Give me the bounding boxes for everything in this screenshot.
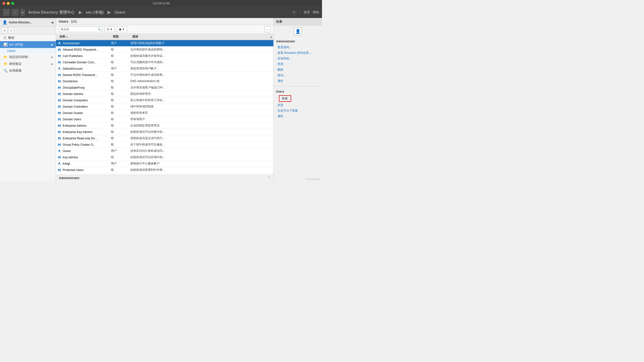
table-row[interactable]: Domain Users 组 所有域用户: [56, 116, 273, 122]
search-icon: 🔍: [4, 69, 8, 73]
cell-desc: 系统管理的用户帐户。: [130, 67, 272, 71]
group-icon: [58, 105, 61, 109]
breadcrumb-part2[interactable]: sec (本地): [86, 10, 104, 14]
cell-type: 组: [111, 136, 130, 140]
nav-right: ↻ | 管理 帮助: [292, 10, 319, 15]
table-row[interactable]: DnsUpdateProxy 组 允许替其他客户端(如 DH...: [56, 85, 273, 91]
right-action-filter[interactable]: 筛选: [274, 102, 322, 108]
bottom-panel-collapse[interactable]: ⌃: [268, 176, 270, 180]
group-icon: [58, 130, 61, 134]
sidebar-item-dynamic-access[interactable]: 📁 动态访问控制 ▶: [0, 54, 56, 60]
sidebar-item-users[interactable]: Users: [0, 48, 56, 54]
nav-dropdown-button[interactable]: ▼: [20, 9, 25, 16]
col-header-name[interactable]: 名称 ▲: [58, 34, 111, 40]
traffic-lights: [2, 2, 14, 5]
close-button[interactable]: [2, 2, 5, 5]
manage-link[interactable]: 管理: [304, 10, 310, 15]
right-action-search-node[interactable]: 在该节点下搜索: [274, 108, 322, 113]
col-header-type[interactable]: 类型: [111, 34, 130, 40]
right-action-disable[interactable]: 禁用: [274, 61, 322, 67]
sidebar-item-overview[interactable]: ☷ 概述: [0, 34, 56, 41]
cell-name: Domain Controllers: [58, 105, 111, 109]
right-admin-section: Administrator 重置密码... 查看 Resultant 密码设置.…: [274, 37, 322, 85]
svg-point-32: [58, 150, 60, 151]
breadcrumb-part3[interactable]: Users: [114, 10, 125, 14]
cell-desc: 此组的成员可以对林中的...: [130, 130, 272, 134]
table-row[interactable]: Domain Admins 组 指定的域管理员: [56, 91, 273, 97]
cell-name: Domain Users: [58, 117, 111, 121]
table-row[interactable]: Domain Computers 组 加入到域中的所有工作站...: [56, 97, 273, 104]
table-row[interactable]: Domain Controllers 组 域中所有域控制器: [56, 104, 273, 110]
table-row[interactable]: Enterprise Key Admins 组 此组的成员可以对林中的...: [56, 129, 273, 135]
minimize-button[interactable]: [7, 2, 10, 5]
new-button[interactable]: 新建: [279, 95, 291, 102]
cell-type: 组: [111, 73, 130, 77]
sidebar-item-sec[interactable]: 📊 sec (本地) ▶: [0, 41, 56, 48]
sidebar-tool-list[interactable]: ☰: [2, 28, 7, 33]
cell-desc: 密钥发行中心服务帐户: [130, 161, 272, 166]
table-row[interactable]: Denied RODC Password... 组 不允许将此组中成员的密...: [56, 72, 273, 78]
filter-input[interactable]: [59, 26, 103, 32]
refresh-button[interactable]: ↻: [292, 10, 297, 15]
help-link[interactable]: 帮助: [313, 10, 319, 15]
cell-desc: 允许将此组中成员的密码...: [130, 48, 272, 52]
cell-name: Cloneable Domain Cont...: [58, 60, 111, 64]
table-row[interactable]: DefaultAccount 用户 系统管理的用户帐户。: [56, 66, 273, 72]
group-icon: [58, 73, 61, 77]
table-row[interactable]: Cert Publishers 组 此组的成员被允许发布证...: [56, 53, 273, 59]
right-action-reset-password[interactable]: 重置密码...: [274, 45, 322, 50]
cell-type: 组: [111, 155, 130, 159]
cell-type: 组: [111, 79, 130, 83]
table-row[interactable]: Cloneable Domain Cont... 组 可以克隆此组中作为域控..…: [56, 59, 273, 66]
list-dropdown-icon: ▼: [110, 28, 112, 31]
right-action-delete[interactable]: 删除: [274, 67, 322, 73]
filter-expand-button[interactable]: ⌄: [264, 26, 270, 32]
sidebar-item-global-search[interactable]: 🔍 全局搜索: [0, 67, 56, 74]
cell-desc: 此组的成员将受到针对身...: [130, 168, 272, 172]
domain-icon: 📊: [4, 43, 8, 47]
view-options-button[interactable]: ▣ ▼: [117, 26, 127, 32]
forward-button[interactable]: →: [12, 9, 18, 16]
col-header-desc[interactable]: 描述: [130, 34, 272, 40]
table-row[interactable]: Key Admins 组 此组的成员可以对域中的...: [56, 154, 273, 160]
maximize-button[interactable]: [11, 2, 14, 5]
user-icon: [58, 149, 61, 153]
group-icon: [58, 86, 61, 90]
cell-desc: 管理计算机(域)的内置帐户: [130, 41, 272, 45]
table-row[interactable]: Enterprise Read-only Do... 组 该组的成员是企业中的只…: [56, 135, 273, 141]
right-action-users-properties[interactable]: 属性: [274, 113, 322, 119]
right-action-properties[interactable]: 属性: [274, 78, 322, 84]
sidebar: 👤 Active Director... ◀ ☰ ☷ ☷ 概述 📊 sec (本…: [0, 18, 56, 181]
breadcrumb-part1[interactable]: Active Directory 管理中心: [28, 10, 75, 14]
sidebar-collapse-button[interactable]: ◀: [51, 21, 53, 24]
table-row[interactable]: Protected Users 组 此组的成员将受到针对身...: [56, 167, 273, 173]
cell-type: 组: [111, 98, 130, 102]
cell-name: Guest: [58, 149, 111, 153]
table-row[interactable]: Domain Guests 组 域的所有来宾: [56, 110, 273, 116]
right-action-move[interactable]: 移动...: [274, 73, 322, 78]
table-container[interactable]: Administrator 用户 管理计算机(域)的内置帐户 Allowed R…: [56, 40, 273, 175]
back-button[interactable]: ←: [3, 9, 10, 16]
table-row[interactable]: DnsAdmins 组 DNS Administrators 组: [56, 78, 273, 85]
sidebar-tools: ☰ ☷: [0, 27, 56, 34]
svg-point-35: [58, 162, 60, 164]
table-row[interactable]: Group Policy Creator O... 组 这个组中的成员可以修改.…: [56, 141, 273, 148]
right-action-add-group[interactable]: 添加到组...: [274, 56, 322, 61]
table-row[interactable]: krbtgt 用户 密钥发行中心服务帐户: [56, 160, 273, 167]
cell-name: DnsAdmins: [58, 79, 111, 83]
sidebar-tool-tree[interactable]: ☷: [8, 28, 14, 33]
group-icon: [58, 155, 61, 159]
table-row[interactable]: Enterprise Admins 组 企业的指定系统管理员: [56, 122, 273, 129]
table-row[interactable]: Guest 用户 供来宾访问计算机或访问...: [56, 148, 273, 154]
sidebar-item-auth[interactable]: 📁 身份验证 ▶: [0, 60, 56, 67]
view-list-button[interactable]: ☰ ▼: [104, 26, 115, 32]
filter-input-wrap: 🔍: [59, 26, 103, 32]
filter-bar: 🔍 ☰ ▼ ▣ ▼ ⌄: [56, 25, 273, 34]
cell-name: Cert Publishers: [58, 54, 111, 58]
col-name-label: 名称: [59, 35, 65, 39]
right-action-resultant[interactable]: 查看 Resultant 密码设置...: [274, 50, 322, 56]
table-row[interactable]: Allowed RODC Password... 组 允许将此组中成员的密码..…: [56, 47, 273, 53]
table-row[interactable]: Administrator 用户 管理计算机(域)的内置帐户: [56, 40, 273, 47]
breadcrumb-sep2: ▶: [108, 10, 112, 14]
cell-type: 组: [111, 60, 130, 64]
